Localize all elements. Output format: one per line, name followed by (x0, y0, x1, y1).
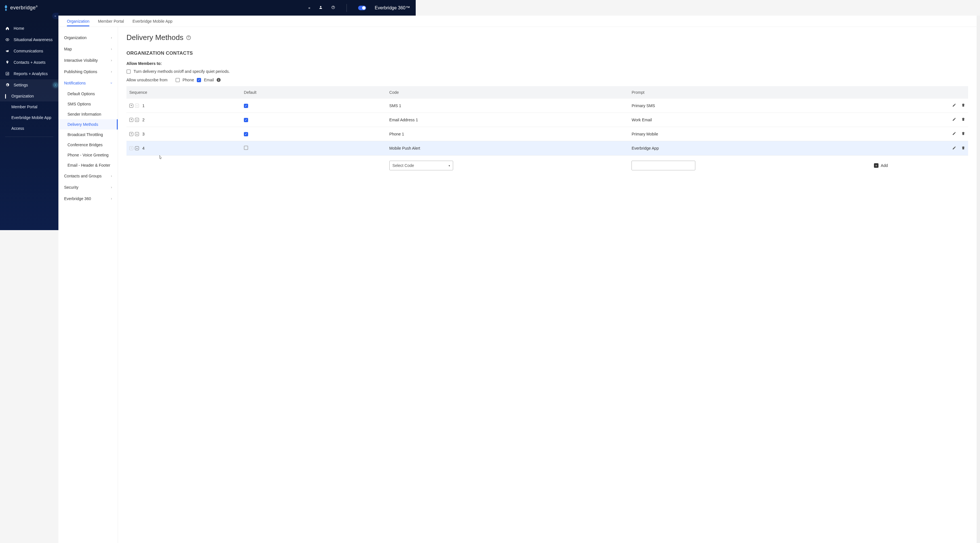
delivery-methods-table: Sequence Default Code Prompt ▾▴1SMS 1Pri… (126, 86, 416, 175)
snav-email-header-footer[interactable]: Email - Header & Footer (59, 160, 118, 170)
sidebar-item-settings[interactable]: Settings (0, 79, 59, 90)
snav-label: Interactive Visibility (64, 58, 98, 63)
help-circle-icon[interactable]: ? (186, 35, 191, 40)
snav-label: Everbridge 360 (64, 196, 91, 201)
sidebar-item-label: Organization (11, 94, 34, 98)
th-default: Default (241, 86, 387, 98)
checkbox-turn-delivery[interactable] (126, 70, 131, 74)
th-sequence: Sequence (126, 86, 241, 98)
snav-label: Default Options (67, 92, 95, 96)
add-row: Select Code ▾ ＋ Add (126, 156, 416, 175)
snav-sender-info[interactable]: Sender Information (59, 109, 118, 119)
home-icon (5, 26, 10, 30)
snav-label: Contacts and Groups (64, 174, 102, 178)
snav-notifications[interactable]: Notifications› (59, 77, 118, 89)
sidebar-sub-organization[interactable]: Organization (0, 90, 59, 102)
chevron-right-icon: › (111, 197, 112, 201)
sidebar-item-situational[interactable]: Situational Awareness (0, 34, 59, 45)
help-icon[interactable] (331, 5, 335, 10)
snav-organization[interactable]: Organization› (59, 32, 118, 43)
sidebar-item-reports[interactable]: Reports + Analytics (0, 68, 59, 79)
chevron-right-icon: › (111, 36, 112, 40)
sidebar-collapse-icon[interactable]: « (52, 13, 59, 19)
move-up-icon: ▴ (135, 104, 139, 108)
chevron-down-icon: › (110, 83, 113, 84)
allow-unsubscribe-row: Allow unsubscribe from Phone Email i (126, 78, 416, 82)
megaphone-icon (5, 49, 10, 53)
move-down-icon[interactable]: ▾ (129, 104, 133, 108)
tab-label: Member Portal (98, 19, 124, 24)
section-heading: ORGANIZATION CONTACTS (126, 51, 416, 56)
snav-interactive-visibility[interactable]: Interactive Visibility› (59, 55, 118, 66)
sidebar-item-label: Access (11, 126, 24, 131)
checkbox-email[interactable] (197, 78, 201, 82)
svg-point-3 (7, 39, 8, 40)
sequence-number: 3 (142, 132, 145, 136)
sidebar-item-label: Everbridge Mobile App (11, 115, 51, 120)
sidebar-sub-access[interactable]: Access (0, 123, 59, 134)
snav-default-options[interactable]: Default Options (59, 89, 118, 99)
sidebar-sub-member-portal[interactable]: Member Portal (0, 102, 59, 112)
collapse-top-icon[interactable]: « (308, 6, 310, 10)
tab-label: Organization (67, 19, 89, 24)
sidebar-item-label: Communications (14, 49, 43, 53)
user-icon[interactable] (319, 5, 323, 10)
move-down-icon[interactable]: ▾ (129, 132, 133, 136)
table-row: ▾▴3Phone 1Primary Mobile (126, 127, 416, 141)
top-icons: « Everbridge 360™ (308, 4, 410, 12)
content: Delivery Methods ? ORGANIZATION CONTACTS… (118, 27, 416, 181)
option-label: Turn delivery methods on/off and specify… (134, 69, 230, 74)
snav-label: Conference Bridges (67, 143, 103, 147)
page-title-text: Delivery Methods (126, 33, 183, 42)
info-icon[interactable]: i (216, 78, 221, 82)
sidebar-item-home[interactable]: Home (0, 23, 59, 34)
snav-label: Notifications (64, 81, 86, 85)
email-label: Email (204, 78, 214, 82)
snav-sms-options[interactable]: SMS Options (59, 99, 118, 109)
sidebar-item-contacts-assets[interactable]: Contacts + Assets (0, 57, 59, 68)
sequence-number: 4 (142, 146, 145, 151)
main-area: Organization Member Portal Everbridge Mo… (59, 16, 416, 230)
chevron-right-icon: › (111, 174, 112, 178)
tab-member-portal[interactable]: Member Portal (98, 16, 124, 26)
snav-phone-voice-greeting[interactable]: Phone - Voice Greeting (59, 150, 118, 160)
default-checkbox[interactable] (244, 104, 248, 108)
svg-rect-5 (6, 74, 7, 75)
snav-delivery-methods[interactable]: Delivery Methods (59, 119, 118, 130)
phone-label: Phone (183, 78, 194, 82)
divider (5, 137, 53, 137)
allow-members-label: Allow Members to: (126, 61, 416, 66)
snav-broadcast-throttling[interactable]: Broadcast Throttling (59, 130, 118, 140)
suite-toggle[interactable] (358, 6, 366, 10)
move-down-icon[interactable]: ▾ (129, 118, 133, 122)
checkbox-phone[interactable] (175, 78, 180, 82)
move-up-icon[interactable]: ▴ (135, 146, 139, 150)
code-cell: SMS 1 (387, 98, 416, 113)
svg-point-0 (320, 6, 321, 7)
chevron-right-icon: › (111, 185, 112, 189)
snav-label: Security (64, 185, 78, 190)
tab-organization[interactable]: Organization (67, 16, 89, 26)
snav-label: Email - Header & Footer (67, 163, 110, 167)
default-checkbox[interactable] (244, 132, 248, 136)
snav-map[interactable]: Map› (59, 43, 118, 55)
default-checkbox[interactable] (244, 118, 248, 122)
snav-contacts-groups[interactable]: Contacts and Groups› (59, 170, 118, 182)
th-code: Code (387, 86, 416, 98)
move-up-icon[interactable]: ▴ (135, 118, 139, 122)
sidebar-item-label: Member Portal (11, 105, 37, 109)
default-checkbox[interactable] (244, 146, 248, 150)
snav-publishing-options[interactable]: Publishing Options› (59, 66, 118, 77)
move-up-icon[interactable]: ▴ (135, 132, 139, 136)
tabs: Organization Member Portal Everbridge Mo… (59, 16, 416, 27)
chart-icon (5, 72, 10, 76)
sidebar-sub-mobile-app[interactable]: Everbridge Mobile App (0, 112, 59, 123)
snav-everbridge-360[interactable]: Everbridge 360› (59, 193, 118, 204)
snav-security[interactable]: Security› (59, 182, 118, 193)
select-placeholder: Select Code (393, 163, 414, 168)
select-code-dropdown[interactable]: Select Code ▾ (389, 161, 416, 170)
snav-conference-bridges[interactable]: Conference Bridges (59, 140, 118, 150)
tab-mobile-app[interactable]: Everbridge Mobile App (132, 16, 172, 26)
snav-label: Publishing Options (64, 70, 97, 74)
sidebar-item-communications[interactable]: Communications (0, 45, 59, 57)
